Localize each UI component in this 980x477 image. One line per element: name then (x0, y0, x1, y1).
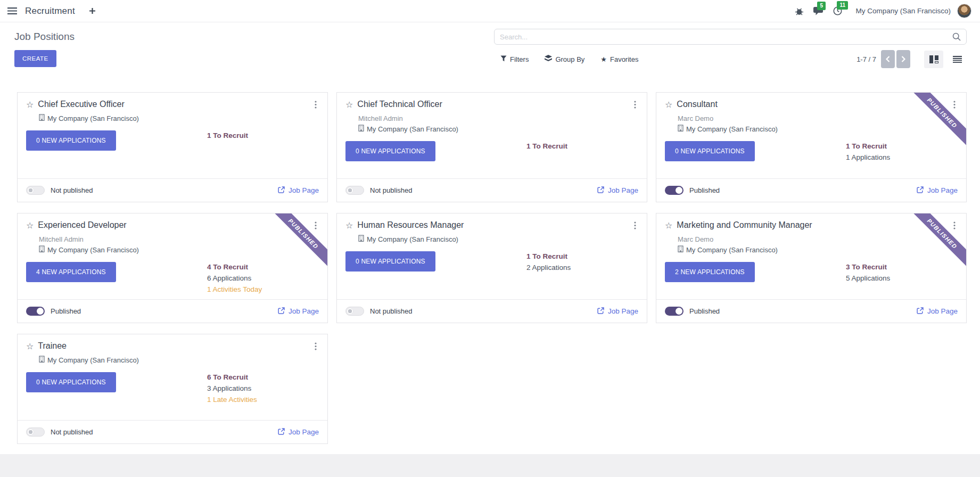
job-position-card[interactable]: ☆ Chief Technical Officer Mitchell Admin… (336, 92, 647, 202)
job-position-card[interactable]: ☆ Chief Executive Officer My Company (Sa… (17, 92, 328, 202)
external-link-icon (917, 186, 924, 195)
new-applications-button[interactable]: 0 NEW APPLICATIONS (665, 141, 755, 161)
card-stats: 1 To Recruit (526, 141, 638, 161)
activities-clock-icon[interactable]: 11 (828, 4, 847, 18)
kebab-menu-icon[interactable] (312, 220, 319, 233)
publish-toggle[interactable] (26, 427, 45, 437)
stat-recruit[interactable]: 1 To Recruit (846, 142, 958, 151)
group-by-button[interactable]: Group By (545, 51, 584, 68)
building-icon (678, 125, 683, 133)
apps-menu-icon[interactable] (7, 7, 17, 14)
building-icon (39, 114, 45, 122)
kebab-menu-icon[interactable] (312, 100, 319, 112)
new-applications-button[interactable]: 4 NEW APPLICATIONS (26, 262, 116, 282)
external-link-icon (597, 307, 604, 316)
favorites-button[interactable]: ★ Favorites (600, 51, 638, 68)
kanban-view-icon[interactable] (924, 51, 943, 68)
job-page-link[interactable]: Job Page (917, 307, 958, 316)
filters-button[interactable]: Filters (500, 51, 529, 68)
pager-previous-button[interactable] (881, 50, 895, 68)
job-title[interactable]: Trainee (38, 341, 67, 351)
stat-recruit[interactable]: 1 To Recruit (526, 252, 638, 261)
stat-recruit[interactable]: 4 To Recruit (207, 262, 319, 272)
publish-toggle[interactable] (26, 307, 45, 316)
kebab-menu-icon[interactable] (632, 220, 638, 233)
systray: 5 11 My Company (San Francisco) (790, 4, 971, 18)
job-page-link[interactable]: Job Page (278, 186, 319, 195)
publish-toggle[interactable] (665, 307, 683, 316)
job-title[interactable]: Consultant (677, 100, 718, 109)
publish-toggle[interactable] (345, 186, 364, 195)
job-page-link[interactable]: Job Page (278, 428, 319, 437)
job-title[interactable]: Marketing and Community Manager (677, 220, 812, 230)
messages-icon[interactable]: 5 (809, 4, 828, 18)
add-favorite-menu-icon[interactable] (89, 8, 95, 14)
card-body: ☆ Human Resources Manager My Company (Sa… (337, 213, 647, 299)
page-title: Job Positions (14, 31, 75, 43)
recruiter-name: Mitchell Admin (39, 235, 319, 243)
card-footer: Published Job Page (18, 299, 327, 323)
new-applications-button[interactable]: 0 NEW APPLICATIONS (345, 141, 435, 161)
card-stats: 1 To Recruit1 Applications (846, 141, 958, 164)
list-view-icon[interactable] (948, 51, 967, 68)
job-page-link[interactable]: Job Page (278, 307, 319, 316)
job-position-card[interactable]: PUBLISHED ☆ Consultant Marc Demo My Comp… (656, 92, 967, 202)
job-title[interactable]: Chief Executive Officer (38, 100, 124, 109)
favorite-star-icon[interactable]: ☆ (665, 220, 672, 231)
company-name: My Company (San Francisco) (686, 246, 778, 254)
card-body: ☆ Marketing and Community Manager Marc D… (656, 213, 966, 299)
kebab-menu-icon[interactable] (951, 100, 958, 112)
debug-bug-icon[interactable] (790, 4, 809, 18)
layers-icon (545, 55, 552, 63)
job-page-link[interactable]: Job Page (597, 186, 638, 195)
user-avatar[interactable] (957, 4, 971, 18)
publish-toggle[interactable] (665, 186, 683, 195)
job-title[interactable]: Human Resources Manager (357, 220, 464, 230)
favorite-star-icon[interactable]: ☆ (26, 100, 34, 110)
new-applications-button[interactable]: 0 NEW APPLICATIONS (26, 372, 116, 392)
new-applications-button[interactable]: 2 NEW APPLICATIONS (665, 262, 755, 282)
kebab-menu-icon[interactable] (632, 100, 638, 112)
app-title[interactable]: Recruitment (25, 6, 75, 17)
pager-next-button[interactable] (896, 50, 910, 68)
top-navbar: Recruitment 5 11 My Company (San Fr (0, 0, 980, 22)
stat-recruit[interactable]: 1 To Recruit (207, 131, 319, 141)
publish-toggle[interactable] (26, 186, 45, 195)
stat-recruit[interactable]: 3 To Recruit (846, 262, 958, 272)
kebab-menu-icon[interactable] (951, 220, 958, 233)
company-switcher[interactable]: My Company (San Francisco) (855, 7, 951, 15)
company-name: My Company (San Francisco) (47, 114, 139, 122)
card-footer: Published Job Page (656, 178, 966, 202)
job-position-card[interactable]: PUBLISHED ☆ Experienced Developer Mitche… (17, 213, 328, 323)
job-position-card[interactable]: PUBLISHED ☆ Marketing and Community Mana… (656, 213, 967, 323)
favorite-star-icon[interactable]: ☆ (26, 341, 34, 351)
stat-normal: 1 Applications (846, 153, 958, 162)
job-title[interactable]: Experienced Developer (38, 220, 126, 230)
building-icon (358, 125, 364, 133)
job-page-link[interactable]: Job Page (597, 307, 638, 316)
card-stats: 1 To Recruit2 Applications (526, 251, 638, 274)
publish-toggle[interactable] (345, 307, 364, 316)
search-input[interactable] (500, 33, 952, 41)
favorite-star-icon[interactable]: ☆ (26, 220, 34, 231)
job-position-card[interactable]: ☆ Trainee My Company (San Francisco) 0 N… (17, 334, 328, 444)
stat-recruit[interactable]: 6 To Recruit (207, 373, 319, 382)
favorite-star-icon[interactable]: ☆ (665, 100, 672, 110)
new-applications-button[interactable]: 0 NEW APPLICATIONS (26, 130, 116, 151)
favorite-star-icon[interactable]: ☆ (345, 100, 353, 110)
search-icon[interactable] (952, 32, 961, 41)
stat-recruit[interactable]: 1 To Recruit (526, 142, 638, 151)
job-position-card[interactable]: ☆ Human Resources Manager My Company (Sa… (336, 213, 647, 323)
card-body: ☆ Chief Technical Officer Mitchell Admin… (337, 93, 647, 178)
job-page-link[interactable]: Job Page (917, 186, 958, 195)
kebab-menu-icon[interactable] (312, 341, 319, 353)
external-link-icon (917, 307, 924, 316)
create-button[interactable]: CREATE (14, 50, 56, 67)
favorite-star-icon[interactable]: ☆ (345, 220, 353, 231)
publish-status-label: Not published (370, 307, 413, 315)
new-applications-button[interactable]: 0 NEW APPLICATIONS (345, 251, 435, 272)
stat-normal: 3 Applications (207, 384, 319, 393)
publish-status-label: Published (689, 186, 720, 194)
building-icon (39, 356, 45, 364)
job-title[interactable]: Chief Technical Officer (357, 100, 442, 109)
